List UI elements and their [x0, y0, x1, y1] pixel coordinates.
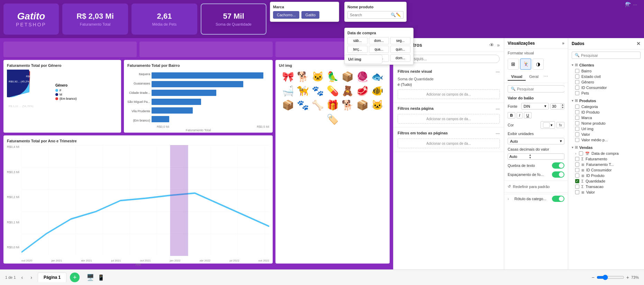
filter-section-page: Filtros nesta página ··· Adicionar os ca… [393, 103, 504, 127]
date-cell-3[interactable]: terç... [347, 46, 368, 53]
metric-quantidade[interactable]: 57 Mil Soma de Quantidade [201, 3, 266, 35]
marca-chips: Cachorro... Gatito [273, 11, 336, 19]
check-url-img[interactable] [575, 127, 579, 131]
exibir-select[interactable]: Auto ▾ [508, 138, 564, 144]
check-marca[interactable] [575, 116, 579, 120]
check-data-compra[interactable] [579, 151, 583, 155]
fonte-family-select[interactable]: DIN ▾ [521, 103, 549, 109]
check-quantidade[interactable]: ✓ [575, 179, 579, 183]
check-nome-produto[interactable] [575, 121, 579, 125]
tab-more[interactable]: ··· [542, 73, 549, 81]
check-valor-medio[interactable] [575, 138, 579, 142]
bar-chart-body: Itaquera Guaianases Cidade tirade... São… [127, 70, 269, 125]
check-faturamento-t[interactable] [575, 162, 579, 167]
cor-select[interactable]: ▾ [541, 121, 555, 129]
bar-x-ticks: R$0,0 Mi R$0,5 Mi [127, 125, 269, 128]
zoom-in-btn[interactable]: + [626, 275, 629, 280]
date-cell-4[interactable]: qua... [369, 46, 389, 53]
zoom-out-btn[interactable]: − [592, 275, 595, 280]
pet-icon-10: 💊 [327, 85, 339, 97]
line-y-0: R$0,4 Mi [7, 145, 19, 149]
filter-all-add[interactable]: Adicionar os campos de da... [398, 139, 500, 148]
fonte-size-field[interactable] [551, 104, 561, 109]
date-cell-1[interactable]: dom... [369, 37, 389, 44]
exibir-row: Exibir unidades [504, 130, 568, 137]
filter-expand-icon[interactable]: » [497, 42, 500, 48]
viz-icon-card[interactable]: 🃏 [520, 59, 531, 70]
data-section-clientes-header[interactable]: ▾ ⊞ Clientes [568, 62, 644, 68]
check-id-consumidor[interactable] [575, 86, 579, 90]
nav-next-btn[interactable]: › [28, 273, 34, 282]
viz-icon-table[interactable]: ⊞ [508, 59, 519, 70]
casas-down[interactable]: ▼ [529, 157, 532, 159]
page-tab-1[interactable]: Página 1 [38, 273, 66, 282]
data-compra-expand[interactable]: › [575, 152, 576, 155]
check-valor-prod[interactable] [575, 132, 579, 136]
date-cell-8[interactable]: dom... [390, 54, 410, 62]
bar-x-label: Faturamento Total [127, 128, 269, 132]
reset-button[interactable]: ↺ Redefinir para padrão [504, 182, 553, 191]
bold-button[interactable]: B [508, 112, 515, 118]
filter-eye-icon[interactable]: 👁 [489, 42, 494, 48]
viz-panel: Visualizações » Formatar visual ⊞ 🃏 ◑ Vi… [504, 38, 568, 269]
more-icon[interactable]: ··· [633, 2, 637, 7]
filter-icon[interactable]: ⚗️ [625, 2, 631, 7]
edit-icon: ✏️ [396, 12, 401, 17]
filter-search-input[interactable] [409, 56, 496, 61]
date-cell-0[interactable]: sáb... [347, 37, 368, 44]
filter-visual-menu[interactable]: ··· [496, 69, 500, 75]
check-categoria[interactable] [575, 105, 579, 109]
metric-faturamento[interactable]: R$ 2,03 Mi Faturamento Total [62, 3, 128, 35]
exibir-label: Exibir unidades [508, 132, 534, 136]
tab-visual[interactable]: Visual [508, 73, 526, 81]
pet-icon-0: 🎀 [282, 71, 294, 82]
exibir-value: Auto [510, 139, 518, 143]
check-estado-civil[interactable] [575, 74, 579, 79]
italic-button[interactable]: I [517, 112, 523, 118]
tablet-icon[interactable]: 📱 [98, 274, 105, 281]
check-id-consumidor-v[interactable] [575, 168, 579, 172]
fx-button[interactable]: fx [556, 122, 564, 128]
data-section-vendas-header[interactable]: ▾ ⊞ Vendas [568, 144, 644, 151]
produto-search-input[interactable] [350, 13, 391, 17]
fonte-size-down[interactable]: ▼ [561, 106, 564, 109]
metric-media-pets[interactable]: 2,61 Média de Pets [131, 3, 197, 35]
casas-input[interactable] [508, 154, 529, 159]
pie-label-2: R$ 1,11 ... (54,76%) [9, 105, 34, 108]
check-faturamento[interactable] [575, 157, 579, 161]
check-bairro[interactable] [575, 69, 579, 73]
nav-prev-btn[interactable]: ‹ [19, 273, 25, 282]
data-panel-close-icon[interactable]: ✕ [636, 41, 641, 46]
desktop-icon[interactable]: 🖥️ [87, 274, 94, 281]
check-id-produto-v[interactable] [575, 173, 579, 178]
espac-toggle[interactable] [552, 171, 564, 178]
data-section-produtos-header[interactable]: ▾ ⊞ Produtos [568, 97, 644, 104]
check-transacao[interactable] [575, 185, 579, 189]
data-search-input[interactable] [581, 53, 637, 57]
chip-cachorro[interactable]: Cachorro... [273, 11, 299, 19]
spacer-2 [139, 42, 273, 57]
viz-icon-gauge[interactable]: ◑ [533, 59, 544, 70]
date-cell-2[interactable]: seg... [390, 37, 410, 44]
quebra-toggle[interactable] [552, 162, 564, 169]
check-valor-v[interactable] [575, 190, 579, 194]
filter-visual-add[interactable]: Adicionar os campos de da... [398, 89, 500, 99]
check-id-produto[interactable] [575, 110, 579, 114]
filter-page-add[interactable]: Adicionar os campos de da... [398, 114, 500, 124]
check-pets[interactable] [575, 91, 579, 95]
tab-geral[interactable]: Geral [526, 73, 542, 81]
viz-expand-icon[interactable]: » [562, 41, 564, 46]
filter-all-menu[interactable]: ··· [496, 131, 500, 136]
rotulo-toggle[interactable] [552, 196, 564, 202]
filter-page-menu[interactable]: ··· [496, 106, 500, 112]
date-cell-5[interactable]: quin... [390, 46, 410, 53]
check-genero[interactable] [575, 80, 579, 84]
filter-page-add-label: Adicionar os campos de da... [426, 117, 471, 121]
label-marca: Marca [581, 116, 592, 120]
fonte-row: Fonte DIN ▾ ▲ ▼ [504, 101, 568, 111]
viz-search-input[interactable] [517, 87, 565, 91]
zoom-slider[interactable] [597, 275, 624, 280]
chip-gatito[interactable]: Gatito [301, 11, 319, 19]
underline-button[interactable]: U [524, 112, 532, 118]
add-page-button[interactable]: + [70, 273, 80, 282]
